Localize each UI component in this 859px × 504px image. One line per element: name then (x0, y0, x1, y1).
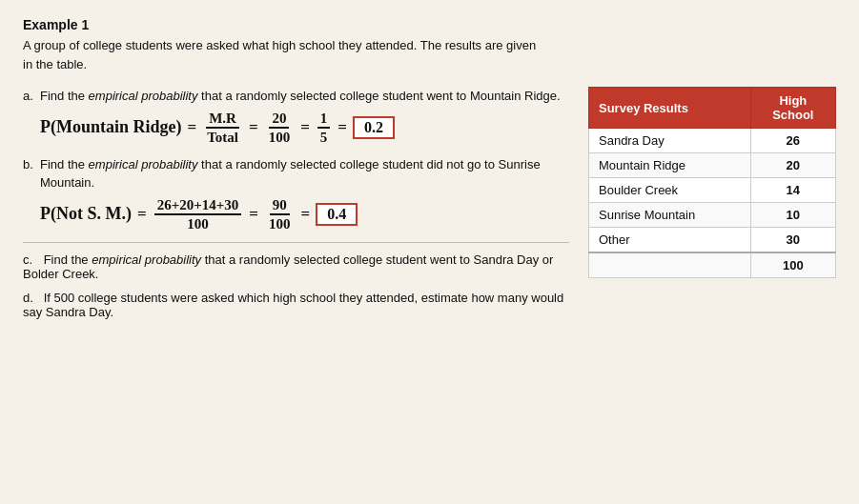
part-a-eq4: = (337, 118, 347, 137)
part-a-text: Find the empirical probability that a ra… (40, 87, 561, 106)
part-d-text: If 500 college students were asked which… (23, 291, 563, 319)
table-cell-count: 26 (750, 129, 835, 153)
table-row: Other30 (589, 228, 836, 253)
part-b-label: b. Find the empirical probability that a… (23, 155, 569, 192)
part-a-eq2: = (249, 118, 258, 137)
part-c-block: c. Find the empirical probability that a… (23, 252, 569, 281)
table-row: Sunrise Mountain10 (589, 203, 836, 228)
table-row: Boulder Creek14 (589, 178, 836, 203)
table-header-count: High School (750, 88, 835, 129)
part-d-letter: d. (23, 291, 36, 305)
part-a-text-post: that a randomly selected college student… (197, 89, 560, 103)
part-c-letter: c. (23, 252, 36, 267)
part-a-frac3-den: 5 (317, 129, 331, 146)
part-a-answer: 0.2 (353, 116, 395, 139)
part-b-letter: b. (23, 157, 36, 171)
left-column: a. Find the empirical probability that a… (23, 87, 569, 319)
part-a-label: a. Find the empirical probability that a… (23, 87, 569, 106)
part-a-eq3: = (300, 118, 310, 137)
part-a-lhs: P(Mountain Ridge) (40, 117, 182, 137)
part-c-text-pre: Find the (44, 252, 92, 267)
part-b-block: b. Find the empirical probability that a… (23, 155, 569, 232)
table-cell-school: Boulder Creek (589, 178, 751, 203)
part-b-text-pre: Find the (40, 157, 89, 171)
part-b-frac2-den: 100 (266, 215, 294, 232)
part-a-frac2: 20 100 (266, 110, 294, 146)
survey-table: Survey Results High School Sandra Day26M… (588, 87, 836, 278)
part-a-letter: a. (23, 89, 36, 103)
table-cell-school: Sunrise Mountain (589, 203, 751, 228)
table-row: Sandra Day26 (589, 129, 836, 153)
table-row: Mountain Ridge20 (589, 153, 836, 178)
table-cell-count: 10 (750, 203, 835, 228)
part-b-frac1-den: 100 (184, 215, 212, 232)
part-a-frac3: 1 5 (317, 110, 331, 146)
part-b-eq1: = (137, 205, 147, 224)
table-cell-school: Mountain Ridge (589, 153, 751, 178)
part-a-frac2-den: 100 (266, 129, 294, 146)
table-cell-school: Sandra Day (589, 129, 751, 153)
table-total-row: 100 (589, 252, 836, 278)
main-layout: a. Find the empirical probability that a… (23, 87, 836, 319)
table-cell-count: 20 (750, 153, 835, 178)
table-cell-school: Other (589, 228, 751, 253)
part-a-math: P(Mountain Ridge) = M.R Total = 20 100 =… (40, 110, 569, 146)
table-total-value: 100 (750, 252, 835, 278)
divider (23, 242, 569, 243)
part-a-frac1-den: Total (204, 129, 241, 146)
part-d-block: d. If 500 college students were asked wh… (23, 291, 569, 319)
example-title: Example 1 (23, 17, 836, 32)
part-b-eq3: = (301, 205, 311, 224)
part-b-lhs: P(Not S. M.) (40, 204, 132, 224)
table-cell-count: 30 (750, 228, 835, 253)
table-total-label (589, 252, 751, 278)
part-b-frac1-num: 26+20+14+30 (154, 196, 242, 215)
part-b-frac2-num: 90 (270, 196, 290, 215)
right-column: Survey Results High School Sandra Day26M… (588, 87, 836, 319)
table-header-school: Survey Results (589, 88, 751, 129)
part-a-block: a. Find the empirical probability that a… (23, 87, 569, 146)
part-b-eq2: = (249, 205, 258, 224)
part-a-eq1: = (188, 118, 197, 137)
part-a-italic: empirical probability (89, 89, 198, 103)
intro-text: A group of college students were asked w… (23, 36, 538, 73)
page-container: Example 1 A group of college students we… (23, 17, 836, 319)
table-cell-count: 14 (750, 178, 835, 203)
part-a-frac2-num: 20 (269, 110, 289, 129)
part-a-frac1-num: M.R (206, 110, 239, 129)
part-c-italic: empirical probability (92, 252, 201, 267)
part-b-math: P(Not S. M.) = 26+20+14+30 100 = 90 100 … (40, 196, 569, 232)
part-a-text-pre: Find the (40, 89, 89, 103)
part-a-frac3-num: 1 (317, 110, 331, 129)
part-b-text: Find the empirical probability that a ra… (40, 155, 569, 192)
part-b-italic: empirical probability (89, 157, 198, 171)
part-a-frac1: M.R Total (204, 110, 241, 146)
part-b-frac2: 90 100 (266, 196, 294, 232)
part-b-answer: 0.4 (316, 203, 358, 226)
part-b-frac1: 26+20+14+30 100 (154, 196, 242, 232)
